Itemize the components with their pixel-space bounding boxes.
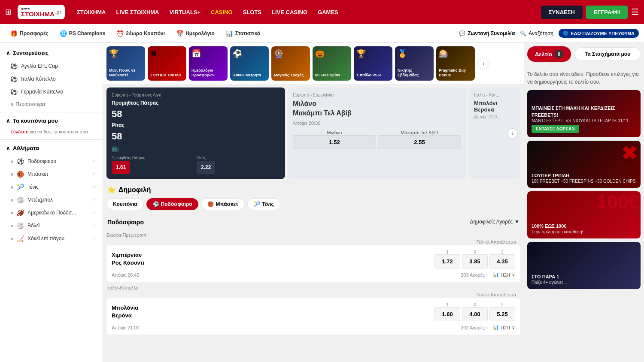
- sport-item-football[interactable]: ∨⚽Ποδόσφαιρο☆: [0, 155, 103, 168]
- promo-card-free-spins[interactable]: 🎃 60 Free Spins: [313, 46, 351, 81]
- nav-link-live-casino[interactable]: LIVE CASINO: [267, 6, 312, 18]
- live-card-match-3[interactable]: › Ιταλία - Κύπ... Μπολόνι Βερόνα Απόψε 2…: [469, 87, 520, 179]
- oddX-col-label-scot-1: Χ: [462, 250, 488, 254]
- hamburger-icon[interactable]: ☰: [631, 7, 639, 17]
- odd1-btn-scot-1[interactable]: 1.72: [434, 254, 460, 268]
- sec-nav-item-ps-champions[interactable]: 🌐PS Champions: [55, 27, 111, 39]
- sport-item-hockey[interactable]: ∨🏒Χόκεϊ επί πάγου☆: [0, 232, 103, 245]
- logo[interactable]: game ΣTOIXHMA .gr: [18, 5, 65, 19]
- odd1-btn-ita-1[interactable]: 1.60: [434, 307, 460, 321]
- live-matches-row: Ευρώπη - Τσάμπιονς Λιγκ Προμηθέας Πάτρας…: [103, 84, 524, 182]
- promo-banner-ps-champ-banner[interactable]: ΜΠΑΙΝΕΙΣ ΣΤΗ ΜΑΧΗ ΚΑΙ ΚΕΡΔΙΖΕΙΣ FREEBETS…: [527, 90, 641, 137]
- fav-icon-volleyball2[interactable]: ☆: [92, 223, 97, 229]
- sec-nav-item-stats[interactable]: 📊Στατιστικά: [221, 27, 266, 39]
- chevron-down-icon: ∨: [10, 101, 15, 107]
- popular-tab-basket[interactable]: 🏀Μπάσκετ: [201, 198, 244, 210]
- sport-item-tennis[interactable]: ∨🎾Τένις☆: [0, 181, 103, 193]
- coupons-collapse-icon: ∧: [6, 118, 10, 124]
- promo-card-ps-champs[interactable]: 🏆 Μαν. Γιουν. vs Νιούκαστλ: [106, 46, 145, 81]
- sport-icon-basketball: 🏀: [17, 171, 24, 178]
- promo-card-super-triple[interactable]: ✖ ΣΟΥΠΕΡ ΤΡΙΠΛΗ: [148, 46, 186, 81]
- shortcut-item-ita-cup[interactable]: ⚽Ιταλία Κύπελλο: [0, 72, 103, 85]
- nav-link-stoixima[interactable]: ΣΤΟΙΧΗΜΑ: [73, 6, 110, 18]
- scroll-nav-match-3[interactable]: ›: [507, 128, 518, 139]
- popular-tab-tennis[interactable]: 🎾Τένις: [247, 198, 280, 210]
- login-button[interactable]: ΣΥΝΔΕΣΗ: [541, 6, 583, 19]
- fav-icon-basketball[interactable]: ☆: [92, 171, 97, 177]
- h2h-btn-scot-1[interactable]: 📊 H2H ∨: [493, 272, 515, 278]
- popular-tab-football[interactable]: ⚽Ποδόσφαιρο: [146, 198, 199, 210]
- live-card-match-2[interactable]: Ευρώπη - Ευρωλίγκα Μιλάνο Μακάμπι Τελ Αβ…: [288, 87, 466, 179]
- promo-card-ps5[interactable]: 🏆 Έπαθλο PS5!: [354, 46, 392, 81]
- sports-title: Αθλήματα: [13, 145, 97, 151]
- betslip-button[interactable]: Δελτίο 0: [527, 46, 571, 62]
- live-card-match-1[interactable]: Ευρώπη - Τσάμπιονς Λιγκ Προμηθέας Πάτρας…: [106, 87, 285, 179]
- fav-icon-hockey[interactable]: ☆: [92, 235, 97, 241]
- nav-link-live-stoixima[interactable]: LIVE ΣΤΟΙΧΗΜΑ: [112, 6, 163, 18]
- banner-cta-ps-champ-banner[interactable]: ΕΝΤΑΣΣΕ ΔΩΡΕΑΝ: [532, 125, 579, 133]
- oddX-btn-scot-1[interactable]: 3.85: [462, 254, 488, 268]
- coupon-login-link[interactable]: Σύνδεση: [10, 129, 28, 134]
- nav-link-slots[interactable]: SLOTS: [239, 6, 266, 18]
- fav-icon-american-football[interactable]: ☆: [92, 210, 97, 216]
- sport-item-basketball[interactable]: ∨🏀Μπάσκετ☆: [0, 168, 103, 181]
- fav-icon-football[interactable]: ☆: [92, 158, 97, 164]
- badge-label: ΕΔΩ ΠΑΙΖΟΥΜΕ ΥΠΕΥΘΥΝΑ: [571, 31, 635, 36]
- shortcuts-section: ∧ Συντομεύσεις ⚽Αγγλία EFL Cup⚽Ιταλία Κύ…: [0, 46, 103, 110]
- odd2-button-match-2[interactable]: 2.55: [378, 135, 461, 149]
- shortcut-item-efl[interactable]: ⚽Αγγλία EFL Cup: [0, 60, 103, 72]
- markets-dropdown[interactable]: Δημοφιλείς Αγορές ▼: [470, 219, 519, 225]
- promo-card-3000[interactable]: ⚽ 3.000€ Μετρητά: [230, 46, 269, 81]
- live-chat-label: Ζωντανή Συνομιλία: [468, 30, 515, 36]
- sport-item-volleyball[interactable]: ∨🏐Μπέιζμπολ☆: [0, 193, 103, 206]
- my-bets-button[interactable]: Τα Στοιχήματά μου: [574, 47, 641, 61]
- promo-scroll-button[interactable]: ›: [477, 57, 489, 69]
- sport-collapse-icon: ∨: [10, 211, 13, 215]
- nav-icon-prosfores: 🎁: [10, 30, 18, 37]
- sport-item-american-football[interactable]: ∨🏈Αμερικάνικο Ποδόσ...☆: [0, 206, 103, 219]
- sport-item-volleyball2[interactable]: ∨🏐Βόλεϊ☆: [0, 219, 103, 232]
- sports-collapse-icon: ∧: [6, 145, 10, 151]
- fav-icon-tennis[interactable]: ☆: [92, 184, 97, 190]
- search-bar[interactable]: 🔍 Αναζήτηση: [520, 30, 553, 36]
- promo-banner-para1-banner[interactable]: ΣΤΟ ΠΑΡΑ 1 Παίξε 4+ αγώνες...: [527, 242, 641, 289]
- promo-card-winner-week[interactable]: 🏅 Νικητής Εβδομάδας: [395, 46, 434, 81]
- promo-banner-super-triple-banner[interactable]: ✖ ΣΟΥΠΕΡ ΤΡΙΠΛΗ 10€ FREEBET +50 FREESPIN…: [527, 141, 641, 188]
- banner-subtitle-ps-champ-banner: ΜΑΝΤΣΕΣΤΕΡ Γ. VS ΝΙΟΥΚΑΣΤΛ ΤΕΤΑΡΤΗ 01/11: [532, 118, 636, 123]
- shortcuts-more[interactable]: ∨ Περισσότερα: [0, 98, 103, 110]
- odd1-button-match-2[interactable]: 1.52: [293, 135, 376, 149]
- fav-icon-volleyball[interactable]: ☆: [92, 197, 97, 203]
- odd2-button-match-1[interactable]: 2.22: [197, 161, 215, 174]
- h2h-btn-ita-1[interactable]: 📊 H2H ∨: [493, 325, 515, 330]
- promo-card-icon-winner-week: 🏅: [398, 49, 407, 58]
- sec-nav-item-24-coupon[interactable]: ⏰24ωρο Κουπόνι: [111, 27, 170, 39]
- register-button[interactable]: ΕΓΓΡΑΦΗ: [586, 6, 628, 19]
- sports-header[interactable]: ∧ Αθλήματα: [0, 142, 103, 155]
- sec-nav-item-calendar[interactable]: 📅Ημερολόγιο: [171, 27, 220, 39]
- live-chat[interactable]: 💬 Ζωντανή Συνομιλία: [459, 30, 515, 36]
- shortcut-item-ger-cup[interactable]: ⚽Γερμανία Κύπελλο: [0, 85, 103, 98]
- popular-tab-couponia[interactable]: Κουπόνια: [106, 198, 144, 210]
- oddX-btn-ita-1[interactable]: 4.00: [462, 307, 488, 321]
- odd1-button-match-1[interactable]: 1.61: [112, 161, 130, 174]
- grid-icon[interactable]: ⊞: [5, 7, 12, 17]
- promo-banners: ΜΠΑΙΝΕΙΣ ΣΤΗ ΜΑΧΗ ΚΑΙ ΚΕΡΔΙΖΕΙΣ FREEBETS…: [527, 90, 641, 289]
- promo-banner-100-banner[interactable]: 100€ 100% ΕΩΣ 100€ Στην πρώτη σου κατάθε…: [527, 191, 641, 238]
- odd2-btn-scot-1[interactable]: 4.35: [489, 254, 515, 268]
- nav-link-virtuals[interactable]: VIRTUALS+: [165, 6, 205, 18]
- sport-label-basketball: Μπάσκετ: [27, 171, 49, 177]
- promo-card-offers[interactable]: 📅 Ημερολόγιο Προσφορών: [189, 46, 228, 81]
- promo-card-magic-wheel[interactable]: 🎡 Μαγικός Τροχός: [271, 46, 310, 81]
- match-markets-ita-1[interactable]: 202 Αγορές ›: [461, 325, 488, 330]
- odd2-col-label-ita-1: 2: [489, 302, 515, 307]
- nav-link-games[interactable]: GAMES: [313, 6, 343, 18]
- promo-card-icon-free-spins: 🎃: [315, 49, 325, 58]
- shortcuts-header[interactable]: ∧ Συντομεύσεις: [0, 46, 103, 60]
- sport-icon-volleyball2: 🏐: [17, 222, 24, 229]
- match-markets-scot-1[interactable]: 203 Αγορές ›: [461, 272, 488, 278]
- tab-icon-football: ⚽: [153, 201, 159, 207]
- promo-card-pragmatic[interactable]: 🎰 Pragmatic Buy Bonus: [436, 46, 475, 81]
- sec-nav-item-prosfores[interactable]: 🎁Προσφορές: [5, 27, 54, 39]
- odd2-btn-ita-1[interactable]: 5.25: [489, 307, 515, 321]
- nav-link-casino[interactable]: CASINO: [207, 6, 237, 18]
